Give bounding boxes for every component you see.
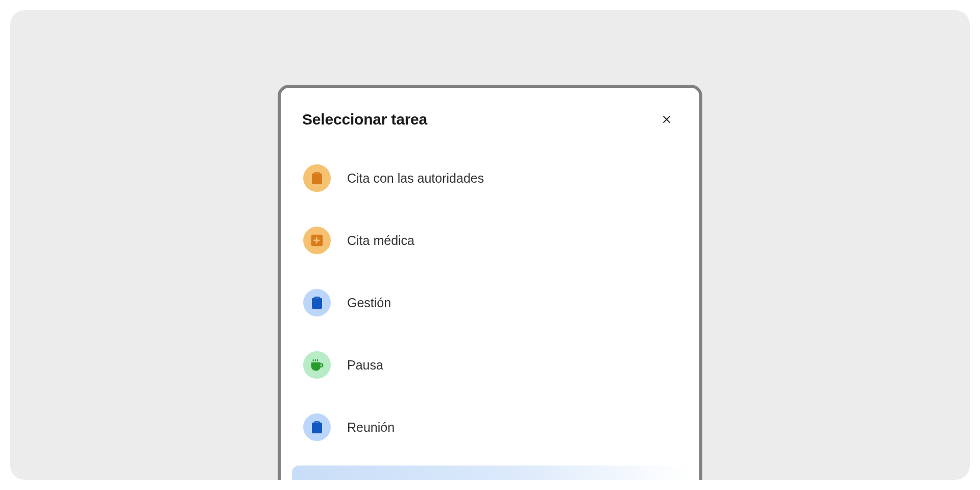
task-label: Cita con las autoridades [347,171,484,186]
task-item[interactable]: Gestión [292,279,688,327]
medical-icon [303,227,331,254]
task-item[interactable]: Pausa [292,341,688,389]
task-item[interactable]: Cita médica [292,216,688,264]
task-item[interactable]: Trabajando [292,465,688,480]
clipboard-icon [303,289,331,316]
task-item[interactable]: Reunión [292,403,688,451]
close-button[interactable] [656,109,677,130]
clipboard-icon [303,476,331,480]
modal-title: Seleccionar tarea [302,111,427,128]
clipboard-icon [303,164,331,192]
modal-frame: Seleccionar tarea Cita con las autoridad… [278,85,702,480]
close-icon [662,114,672,125]
task-label: Reunión [347,420,395,435]
task-select-modal: Seleccionar tarea Cita con las autoridad… [278,85,702,480]
task-label: Cita médica [347,233,414,248]
modal-header: Seleccionar tarea [281,88,699,134]
task-item[interactable]: Cita con las autoridades [292,154,688,202]
task-label: Gestión [347,296,391,310]
task-list: Cita con las autoridadesCita médicaGesti… [281,134,699,480]
task-label: Pausa [347,358,383,373]
mug-icon [303,351,331,379]
app-stage: Seleccionar tarea Cita con las autoridad… [10,10,970,480]
clipboard-icon [303,413,331,441]
